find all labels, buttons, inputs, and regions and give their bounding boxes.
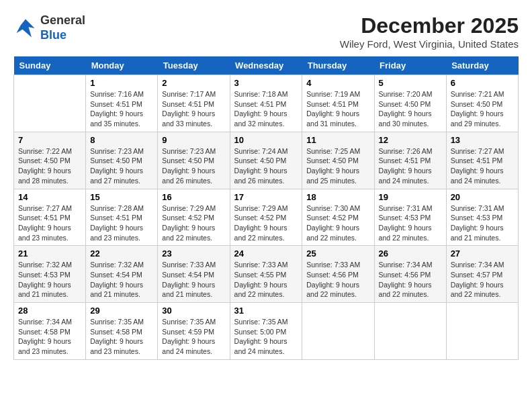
day-number: 10 bbox=[234, 135, 298, 145]
day-number: 11 bbox=[306, 135, 369, 145]
calendar-cell: 30Sunrise: 7:35 AM Sunset: 4:59 PM Dayli… bbox=[158, 303, 230, 360]
day-info: Sunrise: 7:21 AM Sunset: 4:50 PM Dayligh… bbox=[451, 89, 514, 129]
calendar-cell: 15Sunrise: 7:28 AM Sunset: 4:51 PM Dayli… bbox=[86, 189, 158, 246]
calendar-table: Sunday Monday Tuesday Wednesday Thursday… bbox=[13, 56, 519, 360]
header-saturday: Saturday bbox=[446, 56, 518, 75]
calendar-cell: 25Sunrise: 7:33 AM Sunset: 4:56 PM Dayli… bbox=[302, 246, 374, 303]
day-info: Sunrise: 7:33 AM Sunset: 4:56 PM Dayligh… bbox=[306, 260, 369, 300]
calendar-cell: 21Sunrise: 7:32 AM Sunset: 4:53 PM Dayli… bbox=[14, 246, 86, 303]
day-info: Sunrise: 7:31 AM Sunset: 4:53 PM Dayligh… bbox=[379, 203, 442, 243]
calendar-cell: 9Sunrise: 7:23 AM Sunset: 4:50 PM Daylig… bbox=[158, 132, 230, 189]
calendar-cell: 29Sunrise: 7:35 AM Sunset: 4:58 PM Dayli… bbox=[86, 303, 158, 360]
day-info: Sunrise: 7:19 AM Sunset: 4:51 PM Dayligh… bbox=[306, 89, 369, 129]
calendar-cell: 1Sunrise: 7:16 AM Sunset: 4:51 PM Daylig… bbox=[86, 75, 158, 132]
calendar-cell: 19Sunrise: 7:31 AM Sunset: 4:53 PM Dayli… bbox=[374, 189, 446, 246]
day-number: 28 bbox=[18, 306, 81, 316]
location-title: Wiley Ford, West Virginia, United States bbox=[340, 38, 519, 50]
header-wednesday: Wednesday bbox=[230, 56, 302, 75]
calendar-week-row: 14Sunrise: 7:27 AM Sunset: 4:51 PM Dayli… bbox=[14, 189, 519, 246]
day-number: 9 bbox=[162, 135, 225, 145]
day-number: 19 bbox=[379, 192, 442, 202]
day-number: 5 bbox=[379, 78, 442, 88]
calendar-cell: 2Sunrise: 7:17 AM Sunset: 4:51 PM Daylig… bbox=[158, 75, 230, 132]
svg-marker-0 bbox=[17, 19, 35, 37]
logo-icon bbox=[13, 16, 38, 40]
calendar-cell: 31Sunrise: 7:35 AM Sunset: 5:00 PM Dayli… bbox=[230, 303, 302, 360]
day-number: 17 bbox=[234, 192, 298, 202]
day-info: Sunrise: 7:29 AM Sunset: 4:52 PM Dayligh… bbox=[234, 203, 298, 243]
calendar-cell bbox=[14, 75, 86, 132]
calendar-cell: 27Sunrise: 7:34 AM Sunset: 4:57 PM Dayli… bbox=[446, 246, 518, 303]
day-info: Sunrise: 7:26 AM Sunset: 4:51 PM Dayligh… bbox=[379, 146, 442, 186]
calendar-week-row: 7Sunrise: 7:22 AM Sunset: 4:50 PM Daylig… bbox=[14, 132, 519, 189]
calendar-cell: 14Sunrise: 7:27 AM Sunset: 4:51 PM Dayli… bbox=[14, 189, 86, 246]
day-number: 12 bbox=[379, 135, 442, 145]
day-info: Sunrise: 7:29 AM Sunset: 4:52 PM Dayligh… bbox=[162, 203, 225, 243]
calendar-cell: 13Sunrise: 7:27 AM Sunset: 4:51 PM Dayli… bbox=[446, 132, 518, 189]
calendar-week-row: 28Sunrise: 7:34 AM Sunset: 4:58 PM Dayli… bbox=[14, 303, 519, 360]
page-header: General Blue December 2025 Wiley Ford, W… bbox=[13, 13, 519, 50]
day-number: 3 bbox=[234, 78, 298, 88]
calendar-cell: 4Sunrise: 7:19 AM Sunset: 4:51 PM Daylig… bbox=[302, 75, 374, 132]
calendar-cell bbox=[302, 303, 374, 360]
logo-text: General Blue bbox=[40, 13, 85, 42]
day-info: Sunrise: 7:24 AM Sunset: 4:50 PM Dayligh… bbox=[234, 146, 298, 186]
day-info: Sunrise: 7:33 AM Sunset: 4:54 PM Dayligh… bbox=[162, 260, 225, 300]
calendar-cell: 23Sunrise: 7:33 AM Sunset: 4:54 PM Dayli… bbox=[158, 246, 230, 303]
day-number: 2 bbox=[162, 78, 225, 88]
calendar-cell: 24Sunrise: 7:33 AM Sunset: 4:55 PM Dayli… bbox=[230, 246, 302, 303]
header-monday: Monday bbox=[86, 56, 158, 75]
day-info: Sunrise: 7:34 AM Sunset: 4:58 PM Dayligh… bbox=[18, 317, 81, 357]
day-number: 1 bbox=[90, 78, 153, 88]
calendar-cell bbox=[446, 303, 518, 360]
day-number: 21 bbox=[18, 248, 81, 259]
calendar-cell: 8Sunrise: 7:23 AM Sunset: 4:50 PM Daylig… bbox=[86, 132, 158, 189]
day-info: Sunrise: 7:20 AM Sunset: 4:50 PM Dayligh… bbox=[379, 89, 442, 129]
day-number: 24 bbox=[234, 248, 298, 259]
day-number: 15 bbox=[90, 192, 153, 202]
day-info: Sunrise: 7:27 AM Sunset: 4:51 PM Dayligh… bbox=[18, 203, 81, 243]
calendar-cell: 17Sunrise: 7:29 AM Sunset: 4:52 PM Dayli… bbox=[230, 189, 302, 246]
day-number: 4 bbox=[306, 78, 369, 88]
calendar-week-row: 21Sunrise: 7:32 AM Sunset: 4:53 PM Dayli… bbox=[14, 246, 519, 303]
day-number: 22 bbox=[90, 248, 153, 259]
calendar-cell: 22Sunrise: 7:32 AM Sunset: 4:54 PM Dayli… bbox=[86, 246, 158, 303]
month-title: December 2025 bbox=[340, 13, 519, 38]
header-tuesday: Tuesday bbox=[158, 56, 230, 75]
day-info: Sunrise: 7:34 AM Sunset: 4:57 PM Dayligh… bbox=[451, 260, 514, 300]
day-number: 8 bbox=[90, 135, 153, 145]
day-number: 20 bbox=[451, 192, 514, 202]
day-info: Sunrise: 7:18 AM Sunset: 4:51 PM Dayligh… bbox=[234, 89, 298, 129]
day-number: 29 bbox=[90, 306, 153, 316]
day-number: 14 bbox=[18, 192, 81, 202]
day-info: Sunrise: 7:30 AM Sunset: 4:52 PM Dayligh… bbox=[306, 203, 369, 243]
day-number: 6 bbox=[451, 78, 514, 88]
calendar-cell: 18Sunrise: 7:30 AM Sunset: 4:52 PM Dayli… bbox=[302, 189, 374, 246]
day-number: 7 bbox=[18, 135, 81, 145]
day-info: Sunrise: 7:22 AM Sunset: 4:50 PM Dayligh… bbox=[18, 146, 81, 186]
calendar-cell: 26Sunrise: 7:34 AM Sunset: 4:56 PM Dayli… bbox=[374, 246, 446, 303]
logo: General Blue bbox=[13, 13, 85, 42]
day-number: 13 bbox=[451, 135, 514, 145]
day-number: 30 bbox=[162, 306, 225, 316]
title-block: December 2025 Wiley Ford, West Virginia,… bbox=[340, 13, 519, 50]
day-info: Sunrise: 7:33 AM Sunset: 4:55 PM Dayligh… bbox=[234, 260, 298, 300]
day-info: Sunrise: 7:27 AM Sunset: 4:51 PM Dayligh… bbox=[451, 146, 514, 186]
day-info: Sunrise: 7:35 AM Sunset: 4:59 PM Dayligh… bbox=[162, 317, 225, 357]
day-info: Sunrise: 7:17 AM Sunset: 4:51 PM Dayligh… bbox=[162, 89, 225, 129]
header-thursday: Thursday bbox=[302, 56, 374, 75]
day-info: Sunrise: 7:25 AM Sunset: 4:50 PM Dayligh… bbox=[306, 146, 369, 186]
calendar-cell: 20Sunrise: 7:31 AM Sunset: 4:53 PM Dayli… bbox=[446, 189, 518, 246]
day-number: 31 bbox=[234, 306, 298, 316]
calendar-cell: 28Sunrise: 7:34 AM Sunset: 4:58 PM Dayli… bbox=[14, 303, 86, 360]
header-sunday: Sunday bbox=[14, 56, 86, 75]
day-info: Sunrise: 7:35 AM Sunset: 4:58 PM Dayligh… bbox=[90, 317, 153, 357]
calendar-week-row: 1Sunrise: 7:16 AM Sunset: 4:51 PM Daylig… bbox=[14, 75, 519, 132]
calendar-cell bbox=[374, 303, 446, 360]
day-number: 23 bbox=[162, 248, 225, 259]
day-number: 27 bbox=[451, 248, 514, 259]
calendar-cell: 10Sunrise: 7:24 AM Sunset: 4:50 PM Dayli… bbox=[230, 132, 302, 189]
calendar-header-row: Sunday Monday Tuesday Wednesday Thursday… bbox=[14, 56, 519, 75]
day-number: 25 bbox=[306, 248, 369, 259]
header-friday: Friday bbox=[374, 56, 446, 75]
